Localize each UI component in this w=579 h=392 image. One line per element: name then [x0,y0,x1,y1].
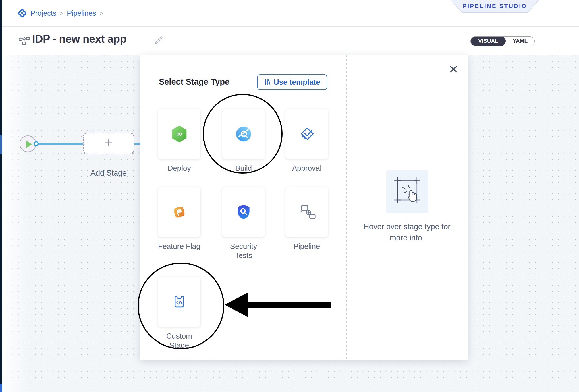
hover-hint-illustration [386,170,428,213]
hover-info-line2: more info. [350,232,464,244]
toggle-visual[interactable]: VISUAL [471,36,506,46]
svg-text:∞: ∞ [176,129,182,138]
panel-divider [346,55,347,360]
feature-flag-icon [171,203,188,221]
stage-label-deploy: Deploy [156,164,202,173]
add-stage-node[interactable]: + [83,133,134,154]
left-rail [0,0,2,392]
build-icon [235,125,252,143]
stage-label-security-tests: Security Tests [221,242,267,260]
stage-card-approval[interactable] [285,109,328,159]
approval-icon [298,125,315,143]
use-template-label: Use template [274,78,320,87]
close-icon[interactable] [449,65,458,74]
canvas-fade [2,55,28,392]
breadcrumb: Projects > Pipelines > [17,0,103,26]
stage-card-deploy[interactable]: ∞ [158,109,200,159]
pipeline-graph-icon [18,35,30,47]
left-rail-highlight [0,135,2,154]
hover-info-line1: Hover over stage type for [350,221,464,232]
breadcrumb-separator: > [60,10,63,17]
left-rail-highlight-bottom [0,384,2,392]
use-template-button[interactable]: Use template [257,74,327,90]
toggle-yaml[interactable]: YAML [506,36,534,46]
breadcrumb-projects[interactable]: Projects [30,9,56,18]
stage-card-custom[interactable] [158,277,200,327]
play-icon [26,141,32,148]
custom-stage-icon [171,293,188,311]
start-node-port[interactable] [34,141,39,146]
stage-label-custom: Custom Stage [156,331,202,350]
template-library-icon [264,79,271,86]
projects-icon [17,8,27,18]
add-stage-label: Add Stage [83,169,134,178]
security-tests-icon [235,203,252,221]
select-stage-type-panel: Select Stage Type Use template [140,55,468,360]
breadcrumb-pipelines[interactable]: Pipelines [67,9,96,18]
stage-label-pipeline: Pipeline [284,242,330,251]
pipeline-studio-badge: PIPELINE STUDIO [450,0,539,13]
stage-card-pipeline[interactable] [285,187,328,237]
stage-label-build: Build [221,164,267,173]
stage-card-security-tests[interactable] [222,187,265,237]
deploy-icon: ∞ [171,125,188,143]
pipeline-title: IDP - new next app [32,33,126,45]
pipeline-studio-app: Projects > Pipelines > PIPELINE STUDIO I… [0,0,579,392]
panel-title: Select Stage Type [159,77,229,87]
stage-card-feature-flag[interactable] [158,187,200,237]
hover-info-text: Hover over stage type for more info. [350,221,464,244]
pipeline-stage-icon [298,203,316,221]
plus-icon: + [105,136,113,150]
connector-edge [38,143,83,145]
title-bar: IDP - new next app VISUAL YAML [2,27,579,55]
edit-pencil-icon[interactable] [154,35,164,45]
stage-card-build[interactable] [222,109,265,159]
pipeline-studio-badge-label: PIPELINE STUDIO [450,0,539,12]
stage-label-feature-flag: Feature Flag [156,242,202,251]
breadcrumb-separator: > [100,10,103,17]
hover-sketch-icon [391,175,424,209]
stage-label-approval: Approval [284,164,330,173]
view-mode-toggle: VISUAL YAML [470,36,535,46]
